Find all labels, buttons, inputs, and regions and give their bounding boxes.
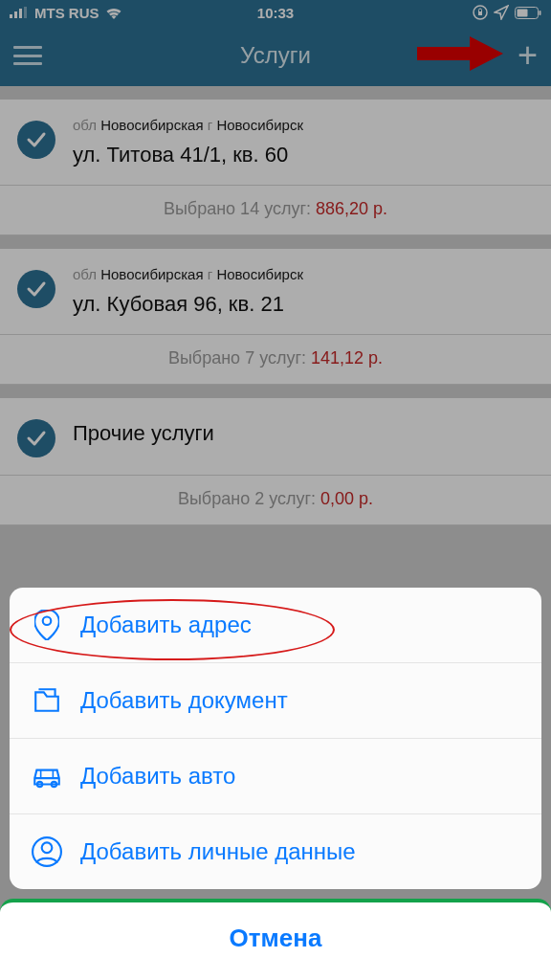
add-address-option[interactable]: Добавить адрес [10, 588, 541, 663]
add-auto-option[interactable]: Добавить авто [10, 739, 541, 814]
person-icon [31, 835, 63, 868]
svg-point-11 [43, 616, 52, 625]
option-label: Добавить личные данные [80, 838, 356, 865]
option-label: Добавить документ [80, 687, 288, 714]
option-label: Добавить авто [80, 763, 235, 790]
document-icon [31, 684, 63, 717]
cancel-button[interactable]: Отмена [0, 899, 551, 980]
add-personal-option[interactable]: Добавить личные данные [10, 814, 541, 889]
pin-icon [31, 609, 63, 641]
svg-point-18 [42, 842, 53, 853]
option-label: Добавить адрес [80, 612, 252, 638]
add-document-option[interactable]: Добавить документ [10, 663, 541, 739]
car-icon [31, 760, 63, 792]
action-sheet: Добавить адрес Добавить документ Добавит… [10, 588, 541, 980]
